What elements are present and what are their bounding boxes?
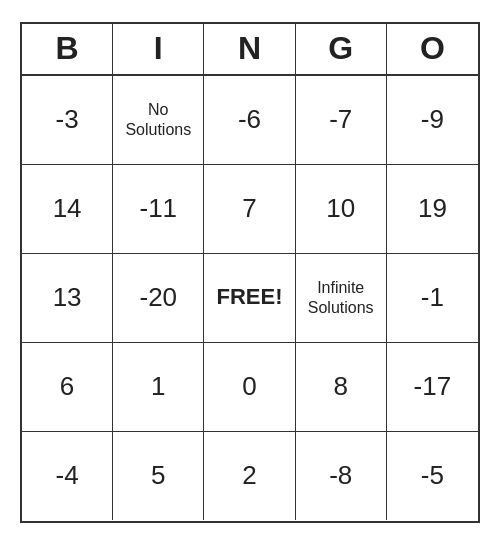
bingo-row: -452-8-5 [22,432,478,521]
bingo-card: BINGO -3No Solutions-6-7-914-117101913-2… [20,22,480,523]
header-letter: O [387,24,478,74]
header-letter: G [296,24,387,74]
bingo-row: 13-20FREE!Infinite Solutions-1 [22,254,478,343]
bingo-row: -3No Solutions-6-7-9 [22,76,478,165]
header-letter: N [204,24,295,74]
bingo-cell: 6 [22,343,113,431]
header-letter: B [22,24,113,74]
bingo-row: 14-1171019 [22,165,478,254]
bingo-cell: -6 [204,76,295,164]
bingo-cell: 7 [204,165,295,253]
bingo-cell: -11 [113,165,204,253]
bingo-header: BINGO [22,24,478,76]
bingo-cell: -7 [296,76,387,164]
bingo-body: -3No Solutions-6-7-914-117101913-20FREE!… [22,76,478,521]
header-letter: I [113,24,204,74]
bingo-cell: Infinite Solutions [296,254,387,342]
bingo-cell: 19 [387,165,478,253]
bingo-cell: No Solutions [113,76,204,164]
bingo-cell: 10 [296,165,387,253]
bingo-cell: 1 [113,343,204,431]
bingo-cell: 0 [204,343,295,431]
bingo-cell: 5 [113,432,204,520]
bingo-cell: -9 [387,76,478,164]
bingo-cell: 14 [22,165,113,253]
bingo-cell: 2 [204,432,295,520]
bingo-cell: -17 [387,343,478,431]
bingo-cell: 13 [22,254,113,342]
bingo-cell: -5 [387,432,478,520]
bingo-cell: -4 [22,432,113,520]
bingo-cell: 8 [296,343,387,431]
bingo-cell: -1 [387,254,478,342]
bingo-cell: -8 [296,432,387,520]
bingo-row: 6108-17 [22,343,478,432]
bingo-cell: -3 [22,76,113,164]
bingo-cell: -20 [113,254,204,342]
free-space: FREE! [204,254,295,342]
